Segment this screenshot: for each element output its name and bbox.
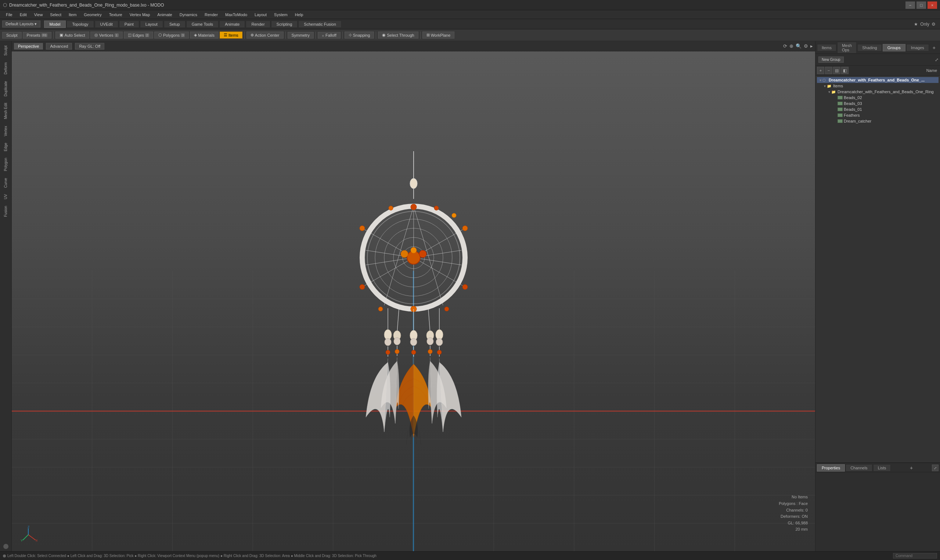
- gear-icon[interactable]: ⚙: [932, 22, 935, 27]
- scene-folder-button[interactable]: ▤: [833, 67, 840, 74]
- mode-tab-topology[interactable]: Topology: [66, 20, 94, 28]
- scene-remove-button[interactable]: −: [825, 67, 832, 74]
- vp-gear-icon[interactable]: ⚙: [804, 43, 808, 49]
- perspective-tab[interactable]: Perspective: [14, 43, 43, 49]
- workplane-button[interactable]: ⊞ WorkPlane: [423, 32, 455, 38]
- mode-tab-render[interactable]: Render: [246, 20, 270, 28]
- polygons-button[interactable]: ⬡ Polygons 3: [154, 32, 189, 38]
- new-group-button[interactable]: New Group: [818, 57, 844, 63]
- scene-add-button[interactable]: +: [817, 67, 824, 74]
- sidebar-tab-polygon[interactable]: Polygon: [2, 155, 9, 174]
- menu-item-geometry[interactable]: Geometry: [80, 12, 105, 18]
- scene-collapse-button[interactable]: ◧: [841, 67, 849, 74]
- mode-tab-scripting[interactable]: Scripting: [271, 20, 298, 28]
- menu-item-layout[interactable]: Layout: [251, 12, 270, 18]
- vertices-button[interactable]: ◎ Vertices 1: [90, 32, 123, 38]
- falloff-button[interactable]: ⬦ Falloff: [318, 32, 341, 38]
- select-through-button[interactable]: ◉ Select Through: [378, 32, 418, 38]
- tree-item[interactable]: Beads_03: [817, 100, 938, 106]
- sidebar-tab-sculpt[interactable]: Sculpt: [2, 43, 9, 59]
- mode-tab-paint[interactable]: Paint: [119, 20, 139, 28]
- bottom-expand-button[interactable]: ⤢: [932, 465, 938, 471]
- right-tab-images[interactable]: Images: [906, 44, 929, 51]
- tree-visibility-icon[interactable]: [838, 113, 843, 117]
- bottom-tab-properties[interactable]: Properties: [817, 464, 845, 472]
- right-tab-mesh-ops[interactable]: Mesh Ops: [837, 42, 857, 54]
- sidebar-tab-curve[interactable]: Curve: [2, 175, 9, 191]
- close-button[interactable]: ×: [928, 2, 937, 9]
- menu-item-vertex-map[interactable]: Vertex Map: [126, 12, 154, 18]
- sidebar-tab-uv[interactable]: UV: [2, 191, 9, 202]
- items-button[interactable]: ☰ Items: [220, 32, 242, 38]
- menu-item-render[interactable]: Render: [201, 12, 222, 18]
- command-input[interactable]: [893, 553, 937, 558]
- tree-visibility-icon[interactable]: [838, 108, 843, 111]
- sidebar-tab-vertex[interactable]: Vertex: [2, 123, 9, 139]
- menu-item-item[interactable]: Item: [65, 12, 80, 18]
- bottom-tab-lists[interactable]: Lists: [873, 464, 891, 472]
- mode-tab-animate[interactable]: Animate: [219, 20, 245, 28]
- menu-item-maxtomodo[interactable]: MaxToModo: [222, 12, 251, 18]
- bottom-tabs-plus[interactable]: +: [907, 464, 916, 472]
- tree-item[interactable]: Dream_catcher: [817, 118, 938, 124]
- vp-add-icon[interactable]: ⊕: [789, 43, 793, 49]
- minimize-button[interactable]: −: [906, 2, 915, 9]
- tree-visibility-icon[interactable]: [838, 119, 843, 123]
- presets-button[interactable]: Presets F6: [23, 32, 52, 38]
- menu-item-system[interactable]: System: [270, 12, 291, 18]
- right-tab-shading[interactable]: Shading: [857, 44, 881, 51]
- tree-arrow-icon[interactable]: ▾: [824, 84, 826, 88]
- menu-item-texture[interactable]: Texture: [105, 12, 126, 18]
- menu-item-dynamics[interactable]: Dynamics: [176, 12, 201, 18]
- bottom-tab-channels[interactable]: Channels: [846, 464, 872, 472]
- vp-refresh-icon[interactable]: ⟳: [783, 43, 787, 49]
- vp-expand-icon[interactable]: ▸: [810, 43, 813, 49]
- advanced-tab[interactable]: Advanced: [46, 43, 72, 49]
- tree-item[interactable]: ▾📁Items: [817, 83, 938, 89]
- window-controls: − □ ×: [906, 2, 937, 9]
- viewport[interactable]: Perspective Advanced Ray GL: Off ⟳ ⊕ 🔍 ⚙…: [12, 41, 815, 551]
- tree-visibility-icon[interactable]: [838, 96, 843, 100]
- right-tab-items[interactable]: Items: [817, 44, 837, 51]
- sidebar-tab-duplicate[interactable]: Duplicate: [2, 78, 9, 100]
- right-tabs-plus[interactable]: +: [930, 44, 938, 52]
- mode-tab-setup[interactable]: Setup: [164, 20, 185, 28]
- tree-item[interactable]: Beads_01: [817, 106, 938, 112]
- maximize-button[interactable]: □: [917, 2, 926, 9]
- tree-item[interactable]: Feathers: [817, 112, 938, 118]
- tree-arrow-icon[interactable]: ▾: [828, 90, 830, 94]
- expand-btn[interactable]: ⤢: [935, 57, 938, 62]
- sidebar-tab-deform[interactable]: Deform: [2, 60, 9, 77]
- symmetry-button[interactable]: Symmetry: [288, 32, 314, 38]
- sculpt-button[interactable]: Sculpt: [2, 32, 22, 38]
- edges-button[interactable]: ◫ Edges 2: [124, 32, 153, 38]
- raygl-tab[interactable]: Ray GL: Off: [75, 43, 104, 49]
- menu-item-edit[interactable]: Edit: [16, 12, 31, 18]
- sidebar-tab-fusion[interactable]: Fusion: [2, 203, 9, 220]
- right-tab-groups[interactable]: Groups: [883, 44, 906, 51]
- vp-search-icon[interactable]: 🔍: [796, 43, 801, 49]
- menu-item-file[interactable]: File: [2, 12, 16, 18]
- mode-tab-game-tools[interactable]: Game Tools: [186, 20, 219, 28]
- layout-dropdown[interactable]: Default Layouts ▾: [2, 20, 40, 28]
- menu-item-select[interactable]: Select: [46, 12, 65, 18]
- menu-item-animate[interactable]: Animate: [154, 12, 176, 18]
- mode-tab-schematic-fusion[interactable]: Schematic Fusion: [298, 20, 341, 28]
- sidebar-dot[interactable]: [3, 544, 8, 549]
- tree-arrow-icon[interactable]: ▾: [820, 78, 821, 82]
- mode-tab-uvedit[interactable]: UVEdit: [95, 20, 118, 28]
- menu-item-help[interactable]: Help: [291, 12, 307, 18]
- menu-item-view[interactable]: View: [31, 12, 47, 18]
- sidebar-tab-edge[interactable]: Edge: [2, 140, 9, 154]
- mode-tab-layout[interactable]: Layout: [140, 20, 163, 28]
- tree-visibility-icon[interactable]: [838, 102, 843, 105]
- tree-item[interactable]: ▾⬡Dreamcatcher_with_Feathers_and_Beads_O…: [817, 77, 938, 83]
- materials-button[interactable]: ◈ Materials: [190, 32, 219, 38]
- sidebar-tab-mesh-edit[interactable]: Mesh Edit: [2, 100, 9, 122]
- mode-tab-model[interactable]: Model: [44, 20, 66, 28]
- action-center-button[interactable]: ⊕ Action Center: [247, 32, 284, 38]
- tree-item[interactable]: ▾📁Dreamcatcher_with_Feathers_and_Beads_O…: [817, 89, 938, 95]
- snapping-button[interactable]: ⊹ Snapping: [344, 32, 374, 38]
- tree-item[interactable]: Beads_02: [817, 95, 938, 100]
- auto-select-button[interactable]: ▣ Auto Select: [56, 32, 89, 38]
